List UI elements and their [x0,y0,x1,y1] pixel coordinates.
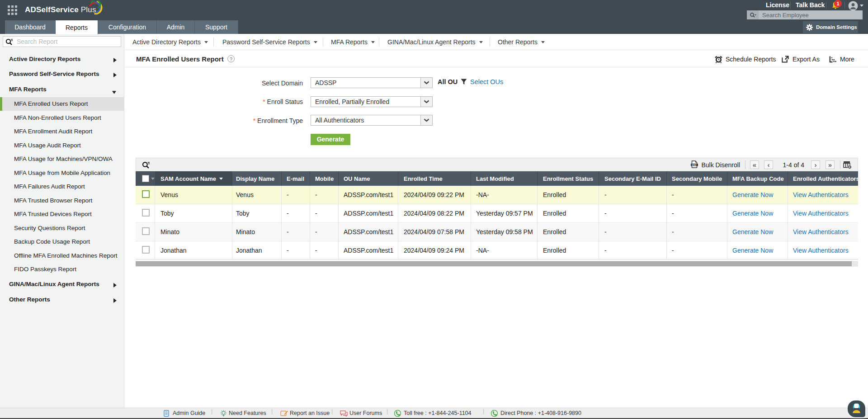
svg-text:CSV: CSV [692,164,697,166]
